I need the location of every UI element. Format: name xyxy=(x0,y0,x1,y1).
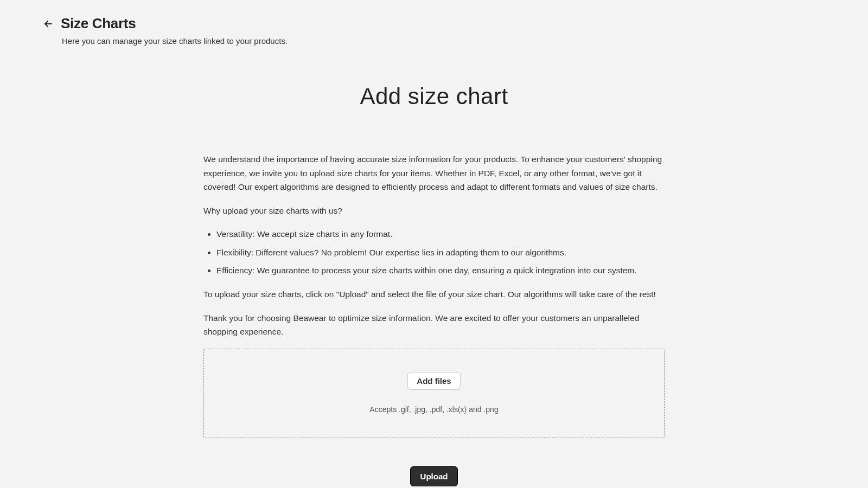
list-item: Efficiency: We guarantee to process your… xyxy=(216,264,665,278)
page-subtitle: Here you can manage your size charts lin… xyxy=(0,36,868,46)
main-content: Add size chart We understand the importa… xyxy=(203,84,665,488)
heading-divider xyxy=(342,125,526,125)
benefits-list: Versatility: We accept size charts in an… xyxy=(203,227,665,278)
thanks-paragraph: Thank you for choosing Beawear to optimi… xyxy=(203,311,665,339)
accepted-formats-text: Accepts .gif, .jpg, .pdf, .xls(x) and .p… xyxy=(215,405,653,414)
list-item: Flexibility: Different values? No proble… xyxy=(216,246,665,260)
howto-paragraph: To upload your size charts, click on "Up… xyxy=(203,287,665,301)
file-dropzone[interactable]: Add files Accepts .gif, .jpg, .pdf, .xls… xyxy=(203,349,665,438)
page-title: Size Charts xyxy=(61,15,136,32)
upload-actions: Upload xyxy=(203,466,665,488)
list-item: Versatility: We accept size charts in an… xyxy=(216,227,665,241)
intro-paragraph: We understand the importance of having a… xyxy=(203,152,665,194)
page-root: Size Charts Here you can manage your siz… xyxy=(0,0,868,488)
body-text: We understand the importance of having a… xyxy=(203,152,665,339)
back-arrow-icon[interactable] xyxy=(43,19,53,29)
upload-button[interactable]: Upload xyxy=(410,466,458,486)
add-files-button[interactable]: Add files xyxy=(407,372,460,390)
why-heading: Why upload your size charts with us? xyxy=(203,204,665,218)
page-header: Size Charts xyxy=(0,15,868,32)
main-heading: Add size chart xyxy=(203,84,665,110)
